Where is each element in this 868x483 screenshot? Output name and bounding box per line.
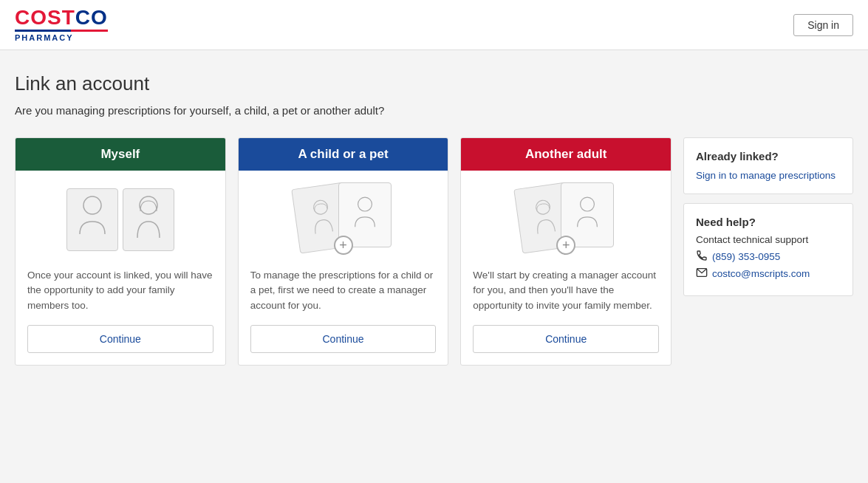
email-row: costco@mscripts.com: [696, 267, 841, 281]
photo-stack-adult: +: [518, 182, 614, 256]
card-child-pet-illustration: +: [250, 182, 437, 256]
continue-myself-button[interactable]: Continue: [27, 325, 213, 353]
svg-point-0: [83, 196, 101, 214]
phone-link[interactable]: (859) 353-0955: [712, 251, 780, 262]
already-linked-box: Already linked? Sign in to manage prescr…: [683, 137, 853, 194]
card-myself-text: Once your account is linked, you will ha…: [27, 268, 213, 313]
main-content: Link an account Are you managing prescri…: [0, 50, 868, 380]
costco-logo-text: COSTCO: [15, 7, 108, 28]
mail-icon: [696, 267, 708, 281]
continue-child-pet-button[interactable]: Continue: [250, 325, 437, 353]
logo-underline: [15, 30, 108, 32]
female-avatar-svg: [130, 193, 167, 245]
plus-circle-child: +: [334, 236, 353, 255]
photo-stack-child: +: [295, 182, 392, 256]
svg-point-1: [140, 196, 157, 214]
male-avatar-svg: [74, 193, 111, 245]
need-help-box: Need help? Contact technical support (85…: [683, 203, 853, 296]
svg-point-3: [358, 197, 372, 211]
svg-point-5: [581, 197, 595, 211]
contact-support-label: Contact technical support: [696, 234, 841, 245]
pharmacy-text: PHARMACY: [15, 33, 74, 42]
already-linked-title: Already linked?: [696, 150, 841, 162]
continue-another-adult-button[interactable]: Continue: [473, 325, 659, 353]
card-child-pet-header: A child or a pet: [239, 138, 448, 171]
card-myself-header: Myself: [16, 138, 225, 171]
need-help-title: Need help?: [696, 216, 841, 228]
card-child-pet-text: To manage the prescriptions for a child …: [250, 268, 437, 313]
sidebar: Already linked? Sign in to manage prescr…: [683, 137, 853, 296]
phone-icon: [696, 250, 708, 264]
svg-point-4: [535, 199, 550, 215]
header: COSTCO PHARMACY Sign in: [0, 0, 868, 50]
cards-layout: Myself: [15, 137, 853, 366]
card-another-adult-body: + We'll start by creating a manager acco…: [461, 171, 671, 365]
avatar-male: [66, 188, 118, 251]
plus-circle-adult: +: [556, 236, 575, 255]
card-myself: Myself: [15, 137, 226, 366]
card-myself-body: Once your account is linked, you will ha…: [16, 171, 225, 365]
email-link[interactable]: costco@mscripts.com: [712, 268, 810, 279]
card-another-adult-text: We'll start by creating a manager accoun…: [473, 268, 659, 313]
phone-row: (859) 353-0955: [696, 250, 841, 264]
sign-in-manage-link[interactable]: Sign in to manage prescriptions: [696, 170, 835, 181]
card-another-adult-header: Another adult: [461, 138, 671, 171]
card-child-pet-body: + To manage the prescriptions for a chil…: [239, 171, 448, 365]
card-child-pet: A child or a pet: [238, 137, 449, 366]
card-another-adult: Another adult: [460, 137, 671, 366]
page-title: Link an account: [15, 72, 853, 95]
avatar-female: [123, 188, 174, 251]
cards-left: Myself: [15, 137, 671, 366]
card-another-adult-illustration: +: [473, 182, 659, 256]
logo: COSTCO PHARMACY: [15, 7, 108, 42]
sign-in-button[interactable]: Sign in: [793, 14, 853, 36]
page-subtitle: Are you managing prescriptions for yours…: [15, 104, 853, 117]
card-myself-illustration: [27, 182, 213, 256]
